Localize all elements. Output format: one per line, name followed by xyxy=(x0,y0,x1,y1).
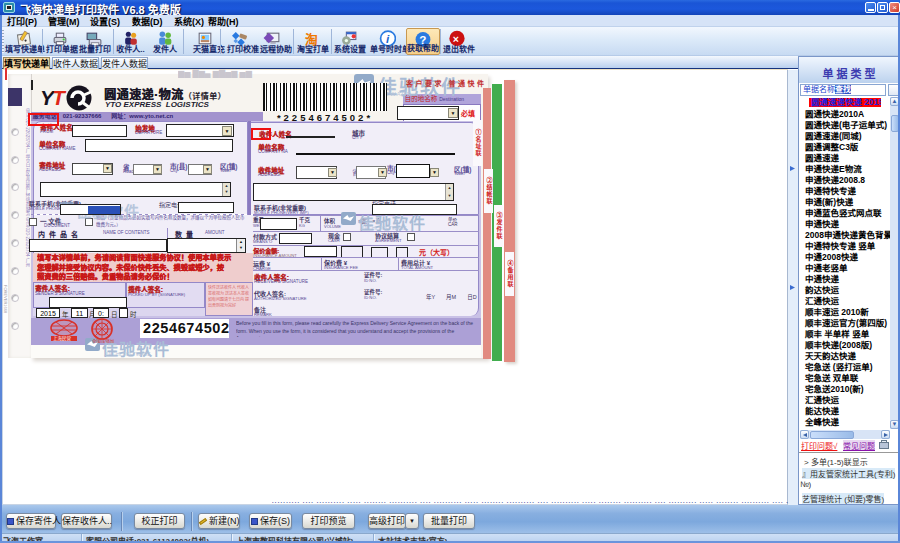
svg-text:全国连锁加盟: 全国连锁加盟 xyxy=(92,338,114,344)
svg-text:上海民营: 上海民营 xyxy=(53,335,71,341)
